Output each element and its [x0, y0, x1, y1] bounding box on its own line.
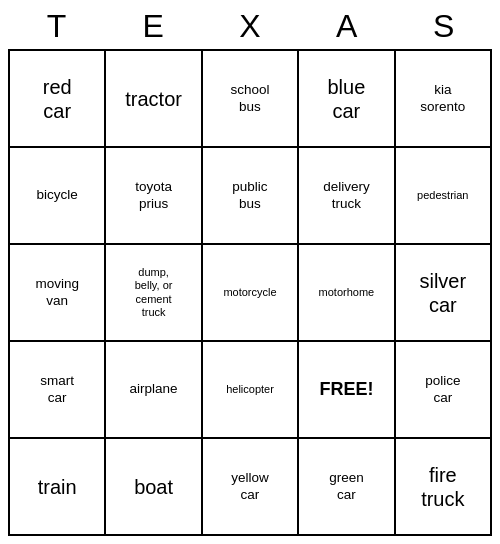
bingo-cell: motorhome: [299, 245, 395, 342]
bingo-cell: toyota prius: [106, 148, 202, 245]
header-letter: S: [395, 8, 492, 45]
bingo-cell: tractor: [106, 51, 202, 148]
header-letter: X: [202, 8, 299, 45]
bingo-cell: yellow car: [203, 439, 299, 536]
bingo-cell: bicycle: [10, 148, 106, 245]
bingo-cell: silver car: [396, 245, 492, 342]
bingo-cell: FREE!: [299, 342, 395, 439]
bingo-cell: red car: [10, 51, 106, 148]
bingo-cell: delivery truck: [299, 148, 395, 245]
bingo-cell: blue car: [299, 51, 395, 148]
bingo-cell: train: [10, 439, 106, 536]
bingo-cell: helicopter: [203, 342, 299, 439]
header-letter: T: [8, 8, 105, 45]
bingo-cell: smart car: [10, 342, 106, 439]
bingo-cell: dump, belly, or cement truck: [106, 245, 202, 342]
bingo-cell: moving van: [10, 245, 106, 342]
bingo-cell: public bus: [203, 148, 299, 245]
bingo-grid: red cartractorschool busblue carkia sore…: [8, 49, 492, 536]
bingo-cell: green car: [299, 439, 395, 536]
bingo-header: TEXAS: [8, 8, 492, 45]
bingo-cell: pedestrian: [396, 148, 492, 245]
bingo-cell: airplane: [106, 342, 202, 439]
bingo-cell: motorcycle: [203, 245, 299, 342]
bingo-cell: kia sorento: [396, 51, 492, 148]
bingo-cell: fire truck: [396, 439, 492, 536]
bingo-cell: police car: [396, 342, 492, 439]
header-letter: A: [298, 8, 395, 45]
header-letter: E: [105, 8, 202, 45]
bingo-cell: boat: [106, 439, 202, 536]
bingo-cell: school bus: [203, 51, 299, 148]
